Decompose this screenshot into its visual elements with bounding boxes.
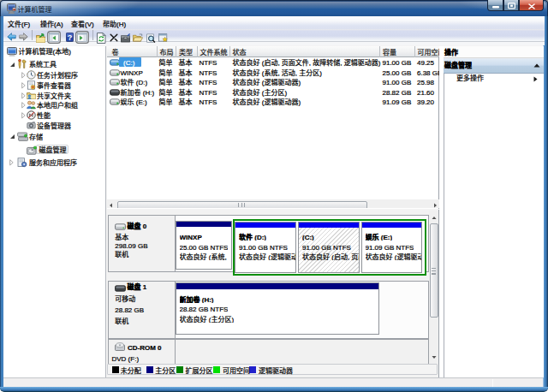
svg-text:?: ? [68, 33, 73, 42]
